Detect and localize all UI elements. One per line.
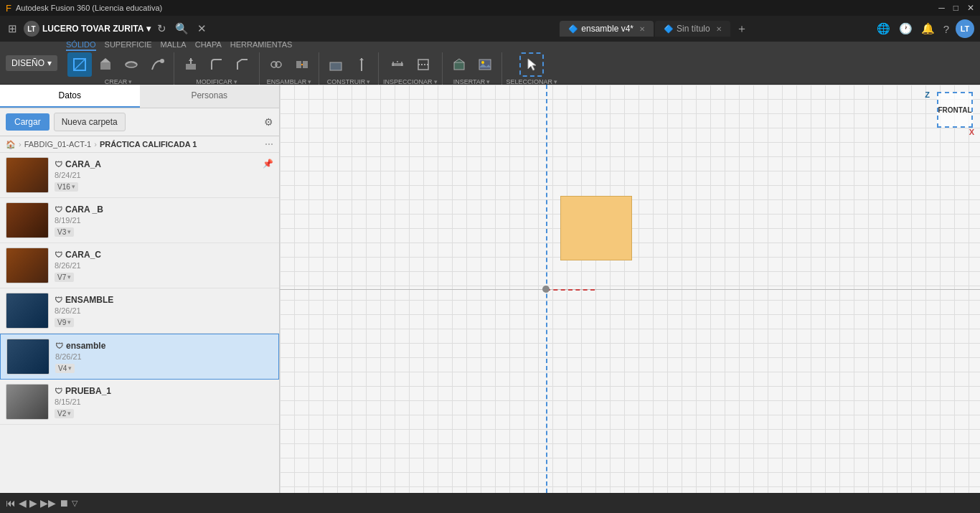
item-version[interactable]: V2 ▾ — [55, 409, 74, 418]
tab-add-button[interactable]: ＋ — [732, 22, 752, 37]
breadcrumb-options[interactable]: ⋯ — [265, 139, 273, 149]
item-info: 🛡 CARA _B 8/19/21 V3 ▾ — [49, 204, 273, 237]
measure-button[interactable] — [385, 52, 410, 77]
svg-marker-3 — [100, 58, 110, 62]
step-forward-button[interactable]: ▶▶ — [40, 497, 56, 509]
item-version[interactable]: V9 ▾ — [55, 318, 74, 327]
tab-icon: 🔷 — [568, 24, 578, 34]
tab-sin-titulo[interactable]: 🔷 Sin título ✕ — [655, 21, 730, 37]
sidebar-tabs: Datos Personas — [0, 85, 279, 108]
viewport[interactable]: Z X FRONTAL — [280, 85, 980, 493]
tab-superficie[interactable]: SUPERFICIE — [105, 40, 152, 51]
push-pull-button[interactable] — [179, 52, 203, 77]
pin-icon: 📌 — [263, 159, 273, 169]
close-button[interactable]: ✕ — [967, 3, 974, 13]
item-thumbnail — [6, 384, 49, 420]
item-name: 🛡 ensamble — [55, 341, 267, 351]
titlebar-controls[interactable]: ─ □ ✕ — [938, 3, 974, 13]
insert-mesh-button[interactable] — [447, 52, 471, 77]
list-item[interactable]: 🛡 ENSAMBLE 8/26/21 V9 ▾ — [0, 288, 279, 334]
sidebar-actions: Cargar Nueva carpeta ⚙ — [0, 108, 279, 136]
svg-rect-2 — [100, 62, 110, 70]
tab-close-sin-titulo[interactable]: ✕ — [716, 25, 722, 33]
user-section[interactable]: LT LUCERO TOVAR ZURITA ▾ — [24, 21, 151, 37]
sweep-button[interactable] — [145, 52, 169, 77]
item-version[interactable]: V16 ▾ — [55, 182, 78, 192]
filter-icon[interactable]: ▽ — [72, 499, 77, 508]
breadcrumb-home[interactable]: 🏠 — [6, 140, 16, 149]
file-list: 🛡 CARA_A 8/24/21 V16 ▾ 📌 🛡 — [0, 153, 279, 493]
apps-icon[interactable]: ⊞ — [6, 20, 19, 37]
sidebar: Datos Personas Cargar Nueva carpeta ⚙ 🏠 … — [0, 85, 280, 493]
sketch-button[interactable] — [67, 52, 92, 77]
tab-malla[interactable]: MALLA — [161, 40, 187, 51]
rigid-group-button[interactable] — [290, 52, 314, 77]
fillet-button[interactable] — [204, 52, 229, 77]
item-version[interactable]: V3 ▾ — [55, 227, 74, 237]
settings-icon[interactable]: ⚙ — [264, 116, 273, 128]
main-area: Datos Personas Cargar Nueva carpeta ⚙ 🏠 … — [0, 85, 980, 493]
app-title: Autodesk Fusion 360 (Licencia educativa) — [16, 4, 162, 12]
help-icon[interactable]: ? — [941, 21, 951, 37]
list-item[interactable]: 🛡 PRUEBA_1 8/15/21 V2 ▾ — [0, 380, 279, 425]
version-chevron: ▾ — [67, 319, 71, 326]
tab-bar: 🔷 ensamble v4* ✕ 🔷 Sin título ✕ ＋ — [440, 21, 871, 37]
section-insertar: INSERTAR▾ — [443, 52, 502, 85]
joint-button[interactable] — [264, 52, 288, 77]
minimize-button[interactable]: ─ — [938, 3, 945, 13]
sidebar-tab-personas[interactable]: Personas — [140, 85, 280, 108]
section-button[interactable] — [411, 52, 435, 77]
shield-icon: 🛡 — [55, 342, 63, 350]
item-version[interactable]: V7 ▾ — [55, 273, 74, 282]
go-to-start-button[interactable]: ⏮ — [6, 497, 16, 509]
revolve-button[interactable] — [119, 52, 143, 77]
tab-close-ensamble[interactable]: ✕ — [639, 25, 645, 33]
search-icon[interactable]: 🔍 — [173, 20, 191, 37]
3d-shape[interactable] — [560, 196, 632, 260]
sidebar-tab-datos[interactable]: Datos — [0, 85, 140, 108]
chamfer-button[interactable] — [230, 52, 255, 77]
orientation-cube[interactable]: FRONTAL — [937, 92, 973, 128]
tab-ensamble[interactable]: 🔷 ensamble v4* ✕ — [560, 21, 654, 37]
breadcrumb-current: PRÁCTICA CALIFICADA 1 — [100, 140, 197, 149]
tab-herramientas[interactable]: HERRAMIENTAS — [230, 40, 293, 51]
tab-solido[interactable]: SÓLIDO — [66, 40, 96, 51]
extrude-button[interactable] — [93, 52, 118, 77]
stop-button[interactable]: ⏹ — [59, 497, 69, 509]
select-button[interactable] — [519, 52, 544, 77]
maximize-button[interactable]: □ — [953, 3, 958, 13]
tab-chapa[interactable]: CHAPA — [195, 40, 222, 51]
clock-icon[interactable]: 🕐 — [897, 20, 915, 37]
svg-point-9 — [275, 62, 281, 67]
list-item[interactable]: 🛡 CARA_A 8/24/21 V16 ▾ 📌 — [0, 153, 279, 198]
item-date: 8/19/21 — [55, 216, 268, 225]
svg-point-24 — [481, 61, 484, 64]
breadcrumb-act[interactable]: FABDIG_01-ACT-1 — [24, 140, 92, 149]
list-item[interactable]: 🛡 CARA _B 8/19/21 V3 ▾ — [0, 198, 279, 243]
svg-marker-15 — [359, 58, 364, 60]
design-button[interactable]: DISEÑO ▾ — [6, 55, 57, 71]
item-thumbnail — [6, 157, 49, 193]
item-version[interactable]: V4 ▾ — [55, 364, 75, 373]
version-chevron: ▾ — [68, 364, 72, 372]
titlebar: F Autodesk Fusion 360 (Licencia educativ… — [0, 0, 980, 16]
axis-button[interactable] — [349, 52, 374, 77]
plane-button[interactable] — [324, 52, 348, 77]
bell-icon[interactable]: 🔔 — [919, 20, 937, 37]
menubar-right: 🌐 🕐 🔔 ? LT — [875, 19, 974, 38]
list-item[interactable]: 🛡 ensamble 8/26/21 V4 ▾ — [0, 334, 279, 380]
playback-controls: ⏮ ◀ ▶ ▶▶ ⏹ ▽ — [6, 497, 77, 509]
refresh-icon[interactable]: ↻ — [155, 20, 169, 37]
globe-icon[interactable]: 🌐 — [875, 20, 892, 37]
insert-image-button[interactable] — [473, 52, 497, 77]
list-item[interactable]: 🛡 CARA_C 8/26/21 V7 ▾ — [0, 243, 279, 288]
shield-icon: 🛡 — [55, 250, 62, 259]
item-name: 🛡 CARA_C — [55, 250, 268, 260]
close-panel-icon[interactable]: ✕ — [195, 20, 209, 37]
step-back-button[interactable]: ◀ — [19, 497, 27, 509]
user-dropdown-icon[interactable]: ▾ — [146, 24, 151, 34]
new-folder-button[interactable]: Nueva carpeta — [54, 113, 126, 131]
upload-button[interactable]: Cargar — [6, 113, 50, 131]
play-button[interactable]: ▶ — [29, 497, 37, 509]
shield-icon: 🛡 — [55, 160, 62, 169]
